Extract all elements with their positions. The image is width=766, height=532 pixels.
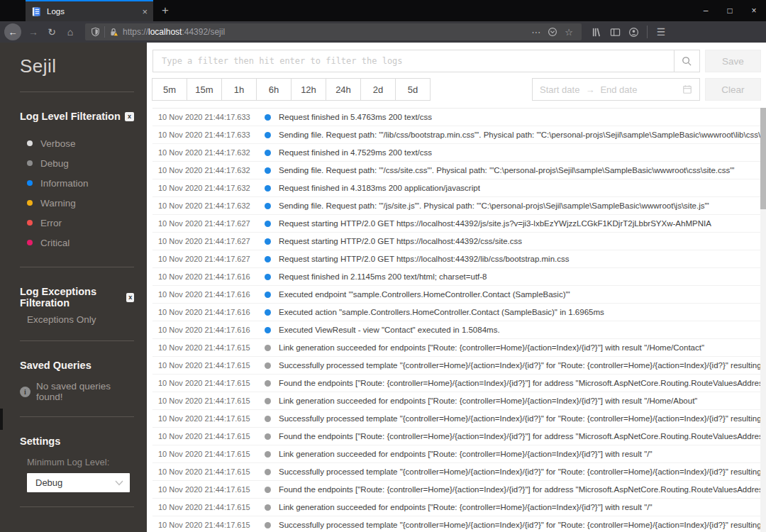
log-row[interactable]: 10 Nov 2020 21:44:17.615 Successfully pr… — [152, 410, 761, 428]
url-text[interactable]: https://localhost:44392/sejil — [123, 27, 524, 37]
log-row[interactable]: 10 Nov 2020 21:44:17.632 Request finishe… — [152, 179, 761, 197]
log-row[interactable]: 10 Nov 2020 21:44:17.615 Successfully pr… — [152, 516, 761, 532]
log-level-item[interactable]: Error — [20, 213, 134, 233]
log-level-filter-clear-button[interactable]: x — [125, 112, 134, 121]
hamburger-icon: ☰ — [657, 26, 666, 38]
log-level-item[interactable]: Information — [20, 173, 134, 193]
time-range-button[interactable]: 15m — [187, 78, 222, 101]
log-message: Executed ViewResult - view "Contact" exe… — [279, 326, 500, 334]
maximize-icon: □ — [727, 6, 732, 16]
time-range-button[interactable]: 1h — [221, 78, 257, 101]
log-row[interactable]: 10 Nov 2020 21:44:17.615 Link generation… — [152, 499, 761, 516]
log-row[interactable]: 10 Nov 2020 21:44:17.615 Found the endpo… — [152, 481, 761, 499]
exceptions-filter-clear-button[interactable]: x — [126, 293, 134, 302]
log-level-item[interactable]: Debug — [20, 153, 134, 173]
log-level-dot-icon — [265, 292, 271, 298]
log-message: Sending file. Request path: '"/css/site.… — [279, 166, 735, 174]
log-timestamp: 10 Nov 2020 21:44:17.615 — [158, 432, 265, 440]
search-button[interactable] — [674, 50, 699, 72]
window-maximize-button[interactable]: □ — [718, 0, 742, 21]
log-row[interactable]: 10 Nov 2020 21:44:17.627 Request startin… — [152, 215, 761, 233]
log-row[interactable]: 10 Nov 2020 21:44:17.627 Request startin… — [152, 233, 761, 250]
time-range-button[interactable]: 5d — [395, 78, 431, 101]
log-level-dot-icon — [265, 504, 271, 511]
insecure-lock-icon[interactable] — [109, 27, 118, 37]
tab-bar: Logs × + – □ × — [0, 0, 766, 21]
log-row[interactable]: 10 Nov 2020 21:44:17.615 Found the endpo… — [152, 428, 761, 445]
time-range-button[interactable]: 24h — [326, 78, 361, 101]
log-row[interactable]: 10 Nov 2020 21:44:17.632 Sending file. R… — [152, 197, 761, 215]
log-row[interactable]: 10 Nov 2020 21:44:17.615 Link generation… — [152, 445, 761, 463]
window-close-button[interactable]: × — [742, 0, 766, 21]
log-level-label: Information — [40, 178, 89, 189]
log-row[interactable]: 10 Nov 2020 21:44:17.627 Request startin… — [152, 250, 761, 268]
log-level-item[interactable]: Warning — [20, 193, 134, 213]
log-row[interactable]: 10 Nov 2020 21:44:17.615 Successfully pr… — [152, 357, 761, 375]
reload-button[interactable]: ↻ — [43, 23, 61, 40]
log-level-dot-icon — [265, 221, 271, 227]
log-row[interactable]: 10 Nov 2020 21:44:17.616 Executed action… — [152, 304, 761, 321]
log-scrollbar-thumb[interactable] — [760, 108, 766, 209]
bookmark-star-button[interactable]: ☆ — [562, 27, 576, 38]
log-level-item[interactable]: Critical — [20, 233, 134, 253]
exceptions-only-toggle[interactable]: Exceptions Only — [20, 309, 134, 326]
min-log-level-select[interactable]: Debug — [27, 473, 130, 492]
log-level-dot-icon — [265, 433, 271, 440]
page-actions-button[interactable]: ⋯ — [528, 27, 543, 38]
log-row[interactable]: 10 Nov 2020 21:44:17.615 Link generation… — [152, 392, 761, 410]
save-button[interactable]: Save — [705, 50, 761, 72]
minimize-icon: – — [704, 6, 709, 16]
window-minimize-button[interactable]: – — [694, 0, 718, 21]
menu-button[interactable]: ☰ — [652, 23, 670, 40]
log-timestamp: 10 Nov 2020 21:44:17.627 — [158, 219, 265, 228]
log-level-dot-icon — [27, 240, 33, 245]
log-scrollbar[interactable] — [760, 108, 766, 532]
log-message: Successfully processed template "{contro… — [279, 361, 761, 370]
tracking-shield-icon[interactable] — [91, 27, 100, 37]
log-level-dot-icon — [265, 487, 271, 493]
log-row[interactable]: 10 Nov 2020 21:44:17.616 Request finishe… — [152, 268, 761, 286]
log-message: Executed action "sample.Controllers.Home… — [279, 308, 604, 316]
library-button[interactable] — [587, 23, 606, 40]
time-range-button[interactable]: 5m — [152, 78, 187, 101]
pocket-icon[interactable] — [548, 27, 557, 37]
log-row[interactable]: 10 Nov 2020 21:44:17.632 Request finishe… — [152, 144, 761, 162]
log-row[interactable]: 10 Nov 2020 21:44:17.633 Sending file. R… — [152, 126, 761, 144]
log-row[interactable]: 10 Nov 2020 21:44:17.615 Found the endpo… — [152, 375, 761, 392]
log-level-dot-icon — [27, 220, 33, 226]
calendar-icon — [682, 84, 692, 94]
log-timestamp: 10 Nov 2020 21:44:17.615 — [158, 503, 265, 511]
time-range-button[interactable]: 6h — [256, 78, 292, 101]
log-row[interactable]: 10 Nov 2020 21:44:17.616 Executed ViewRe… — [152, 321, 761, 339]
tab-close-icon[interactable]: × — [142, 6, 148, 17]
sidebar-scrollbar[interactable] — [0, 409, 3, 430]
log-row[interactable]: 10 Nov 2020 21:44:17.615 Link generation… — [152, 339, 761, 357]
log-timestamp: 10 Nov 2020 21:44:17.616 — [158, 290, 265, 299]
saved-queries-empty-message: No saved queries found! — [36, 381, 134, 402]
settings-section: Settings Minimum Log Level: Debug — [20, 436, 134, 492]
clear-button[interactable]: Clear — [705, 78, 761, 101]
tab-logs[interactable]: Logs × — [26, 0, 153, 21]
log-timestamp: 10 Nov 2020 21:44:17.615 — [158, 361, 265, 370]
log-row[interactable]: 10 Nov 2020 21:44:17.633 Request finishe… — [152, 109, 761, 126]
log-row[interactable]: 10 Nov 2020 21:44:17.632 Sending file. R… — [152, 162, 761, 179]
sidebars-button[interactable] — [606, 23, 624, 40]
url-bar[interactable]: https://localhost:44392/sejil ⋯ ☆ — [85, 23, 582, 40]
log-message: Request finished in 2.1145ms 200 text/ht… — [279, 272, 487, 281]
exceptions-filter-heading: Log Exceptions Filteration — [20, 286, 126, 309]
filter-input[interactable] — [153, 50, 674, 72]
back-button[interactable]: ← — [4, 23, 21, 40]
log-timestamp: 10 Nov 2020 21:44:17.633 — [158, 113, 265, 121]
log-level-item[interactable]: Verbose — [20, 133, 134, 153]
log-timestamp: 10 Nov 2020 21:44:17.633 — [158, 131, 265, 139]
account-button[interactable] — [624, 23, 643, 40]
new-tab-button[interactable]: + — [153, 0, 177, 21]
log-timestamp: 10 Nov 2020 21:44:17.615 — [158, 414, 265, 423]
log-row[interactable]: 10 Nov 2020 21:44:17.616 Executed endpoi… — [152, 286, 761, 304]
time-range-button[interactable]: 2d — [360, 78, 396, 101]
date-range-picker[interactable]: Start date → End date — [532, 78, 700, 101]
forward-button[interactable]: → — [24, 23, 43, 40]
home-button[interactable]: ⌂ — [61, 23, 79, 40]
log-row[interactable]: 10 Nov 2020 21:44:17.615 Successfully pr… — [152, 463, 761, 481]
time-range-button[interactable]: 12h — [291, 78, 326, 101]
